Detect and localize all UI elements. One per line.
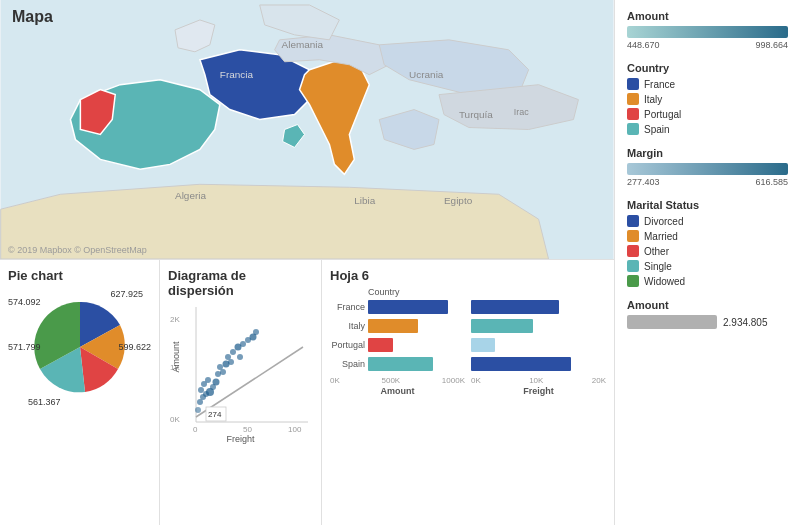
pie-section: Pie chart [0, 260, 160, 525]
svg-text:Alemania: Alemania [282, 39, 324, 50]
bar-country-header: Country [330, 287, 606, 297]
freight-bar-portugal [471, 338, 495, 352]
svg-text:Algeria: Algeria [175, 190, 206, 201]
spain-color [627, 123, 639, 135]
svg-point-26 [213, 379, 220, 386]
country-label-portugal: Portugal [330, 340, 365, 350]
scatter-title: Diagrama de dispersión [168, 268, 313, 298]
table-row: Italy [330, 319, 465, 333]
svg-text:Irac: Irac [514, 107, 529, 117]
portugal-color [627, 108, 639, 120]
pie-wrapper: 627.925 599.622 561.367 574.092 571.799 [8, 287, 151, 407]
svg-point-28 [220, 369, 226, 375]
legend-marital: Marital Status Divorced Married Other Si… [627, 199, 788, 287]
list-item: France [627, 78, 788, 90]
single-amount-bar [627, 315, 717, 329]
map-section: Mapa [0, 0, 614, 260]
svg-point-32 [228, 359, 234, 365]
table-row: France [330, 300, 465, 314]
legend-single-amount: Amount 2.934.805 [627, 299, 788, 329]
list-item: Widowed [627, 275, 788, 287]
bottom-charts: Pie chart [0, 260, 614, 525]
italy-color [627, 93, 639, 105]
dual-chart: France Italy Portugal [330, 300, 606, 396]
pie-label-br: 561.367 [28, 397, 61, 407]
map-copyright: © 2019 Mapbox © OpenStreetMap [8, 245, 147, 255]
svg-point-20 [198, 387, 204, 393]
pie-svg [30, 297, 130, 397]
single-amount-value: 2.934.805 [723, 317, 768, 328]
map-title: Mapa [12, 8, 53, 26]
widowed-label: Widowed [644, 276, 685, 287]
legend-margin-title: Margin [627, 147, 788, 159]
left-panel: Mapa [0, 0, 615, 525]
italy-label: Italy [644, 94, 662, 105]
table-row [471, 357, 606, 371]
list-item: Other [627, 245, 788, 257]
amount-gradient-bar [627, 26, 788, 38]
list-item: Divorced [627, 215, 788, 227]
freight-bar-italy [471, 319, 533, 333]
legend-marital-title: Marital Status [627, 199, 788, 211]
country-label-spain: Spain [330, 359, 365, 369]
scatter-area: 2K 1K 0K 0 50 100 [168, 302, 313, 452]
svg-point-41 [195, 407, 201, 413]
svg-point-36 [240, 341, 246, 347]
svg-text:Ucrania: Ucrania [409, 69, 444, 80]
svg-text:100: 100 [288, 425, 302, 434]
list-item: Italy [627, 93, 788, 105]
freight-side: 0K 10K 20K Freight [471, 300, 606, 396]
bar-section: Hoja 6 Country France Italy [322, 260, 614, 525]
amount-min: 448.670 [627, 40, 660, 50]
amount-bar-france [368, 300, 448, 314]
svg-text:0K: 0K [170, 415, 180, 424]
list-item: Spain [627, 123, 788, 135]
svg-point-29 [217, 364, 223, 370]
legend-single-amount-title: Amount [627, 299, 788, 311]
other-color [627, 245, 639, 257]
margin-gradient-labels: 277.403 616.585 [627, 177, 788, 187]
freight-axis-label: Freight [471, 386, 606, 396]
single-amount-container: 2.934.805 [627, 315, 788, 329]
amount-bar-spain [368, 357, 433, 371]
scatter-x-label: Freight [168, 434, 313, 444]
scatter-y-label: Amount [171, 341, 181, 372]
amount-axis-label: Amount [330, 386, 465, 396]
svg-point-35 [237, 354, 243, 360]
country-label-italy: Italy [330, 321, 365, 331]
svg-point-31 [225, 354, 231, 360]
single-label: Single [644, 261, 672, 272]
svg-text:Libia: Libia [354, 195, 375, 206]
pie-label-l: 571.799 [8, 342, 41, 352]
svg-text:50: 50 [243, 425, 252, 434]
table-row: Spain [330, 357, 465, 371]
pie-chart-title: Pie chart [8, 268, 151, 283]
pie-label-lt: 574.092 [8, 297, 41, 307]
table-row: Portugal [330, 338, 465, 352]
amount-max: 998.664 [755, 40, 788, 50]
map-svg: Alemania Ucrania Turquía Algeria Libia E… [0, 0, 614, 259]
pie-label-r: 599.622 [118, 342, 151, 352]
margin-min: 277.403 [627, 177, 660, 187]
svg-line-17 [196, 347, 303, 417]
other-label: Other [644, 246, 669, 257]
svg-text:Francia: Francia [220, 69, 254, 80]
legend-margin: Margin 277.403 616.585 [627, 147, 788, 187]
svg-point-18 [197, 399, 203, 405]
list-item: Portugal [627, 108, 788, 120]
married-label: Married [644, 231, 678, 242]
margin-gradient-bar [627, 163, 788, 175]
widowed-color [627, 275, 639, 287]
table-row [471, 338, 606, 352]
amount-gradient-labels: 448.670 998.664 [627, 40, 788, 50]
table-row [471, 300, 606, 314]
amount-side: France Italy Portugal [330, 300, 465, 396]
legend-country-title: Country [627, 62, 788, 74]
legend-country: Country France Italy Portugal Spain [627, 62, 788, 135]
svg-text:0: 0 [193, 425, 198, 434]
freight-bar-spain [471, 357, 571, 371]
bar-chart-title: Hoja 6 [330, 268, 606, 283]
svg-point-39 [253, 329, 259, 335]
france-color [627, 78, 639, 90]
legend-amount-title: Amount [627, 10, 788, 22]
